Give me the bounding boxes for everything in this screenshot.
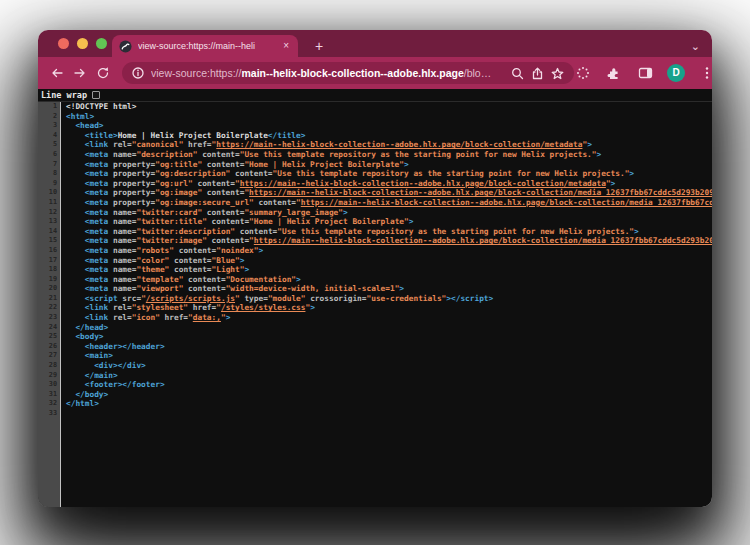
line-number: 3: [38, 121, 61, 131]
source-token: content=: [174, 256, 212, 265]
profile-avatar[interactable]: D: [667, 64, 685, 82]
bookmark-star-icon[interactable]: [551, 67, 564, 80]
active-tab[interactable]: view-source:https://main--heli ×: [112, 35, 298, 57]
source-line: 10 <meta property="og:image" content="ht…: [38, 188, 712, 198]
line-content: <meta property="og:description" content=…: [61, 169, 634, 179]
source-token: name=: [113, 208, 136, 217]
source-token: content=: [179, 246, 217, 255]
line-number: 31: [38, 390, 61, 400]
source-token: >: [596, 150, 601, 159]
source-token: "twitter:description": [136, 227, 239, 236]
tab-search-chevron-icon[interactable]: ⌄: [691, 40, 700, 53]
source-line: 8 <meta property="og:description" conten…: [38, 169, 712, 179]
tab-title: view-source:https://main--heli: [138, 41, 275, 51]
browser-window: view-source:https://main--heli × + ⌄ vie…: [38, 30, 712, 507]
fullscreen-window-button[interactable]: [96, 38, 107, 49]
tab-close-icon[interactable]: ×: [281, 40, 291, 52]
line-number: 15: [38, 236, 61, 246]
source-token: >: [404, 160, 409, 169]
source-token: <meta: [66, 198, 113, 207]
minimize-window-button[interactable]: [77, 38, 88, 49]
source-token: content=: [212, 236, 250, 245]
source-token: name=: [113, 284, 136, 293]
browser-toolbar: view-source:https://main--helix-block-co…: [38, 57, 712, 89]
source-link[interactable]: https://main--helix-block-collection--ad…: [254, 236, 712, 245]
source-token: "noindex": [216, 246, 258, 255]
source-token: "og:image:secure_url": [155, 198, 258, 207]
source-token: >: [310, 303, 315, 312]
source-token: <footer></footer>: [66, 380, 165, 389]
url-scheme: view-source:https://: [151, 67, 241, 79]
source-token: "Use this template repository as the sta…: [240, 150, 597, 159]
source-token: property=: [113, 160, 155, 169]
source-token: <main>: [66, 351, 113, 360]
source-line: 5 <link rel="canonical" href="https://ma…: [38, 140, 712, 150]
line-wrap-checkbox[interactable]: [92, 91, 100, 99]
source-link[interactable]: https://main--helix-block-collection--ad…: [249, 188, 712, 197]
source-token: property=: [113, 169, 155, 178]
line-content: <title>Home | Helix Project Boilerplate<…: [61, 131, 305, 141]
source-token: content=: [207, 160, 245, 169]
source-token: name=: [113, 217, 136, 226]
new-tab-button[interactable]: +: [310, 37, 328, 55]
source-token: "og:description": [155, 169, 235, 178]
line-content: <script src="/scripts/scripts.js" type="…: [61, 294, 493, 304]
source-token: type=: [244, 294, 267, 303]
source-token: name=: [113, 256, 136, 265]
source-link[interactable]: https://main--helix-block-collection--ad…: [216, 140, 582, 149]
line-content: <meta name="viewport" content="width=dev…: [61, 284, 404, 294]
source-token: <!DOCTYPE html>: [66, 102, 136, 111]
close-window-button[interactable]: [58, 38, 69, 49]
source-link[interactable]: https://main--helix-block-collection--ad…: [240, 179, 606, 188]
source-line: 7 <meta property="og:title" content="Hom…: [38, 160, 712, 170]
source-link[interactable]: /scripts/scripts.js: [146, 294, 235, 303]
source-token: "template": [136, 275, 188, 284]
source-token: content=: [212, 217, 250, 226]
address-bar[interactable]: view-source:https://main--helix-block-co…: [122, 62, 574, 84]
source-token: >: [634, 227, 639, 236]
line-number: 22: [38, 303, 61, 313]
source-line: 30 <footer></footer>: [38, 380, 712, 390]
source-token: "theme": [136, 265, 174, 274]
source-token: <title>: [66, 131, 118, 140]
back-button[interactable]: [50, 64, 64, 82]
line-content: <header></header>: [61, 342, 165, 352]
source-token: <meta: [66, 265, 113, 274]
line-content: [61, 409, 66, 419]
line-content: <!DOCTYPE html>: [61, 102, 136, 112]
line-content: </main>: [61, 371, 118, 381]
source-line: 17 <meta name="color" content="Blue">: [38, 256, 712, 266]
zoom-icon[interactable]: [511, 67, 524, 80]
source-token: property=: [113, 188, 155, 197]
source-token: <meta: [66, 217, 113, 226]
tab-strip: view-source:https://main--heli × + ⌄: [38, 30, 712, 57]
source-token: >: [244, 265, 249, 274]
line-number: 16: [38, 246, 61, 256]
line-content: <link rel="canonical" href="https://main…: [61, 140, 592, 150]
line-content: <meta name="theme" content="Light">: [61, 265, 249, 275]
forward-button[interactable]: [73, 64, 87, 82]
extension-dots-icon[interactable]: [574, 64, 592, 82]
line-number: 4: [38, 131, 61, 141]
url-path: /blo…: [464, 67, 491, 79]
source-token: src=: [122, 294, 141, 303]
share-icon[interactable]: [531, 67, 544, 80]
page-info-icon[interactable]: [132, 67, 144, 79]
source-line: 4 <title>Home | Helix Project Boilerplat…: [38, 131, 712, 141]
source-token: >: [343, 208, 348, 217]
line-content: <main>: [61, 351, 113, 361]
menu-kebab-icon[interactable]: [698, 64, 712, 82]
content-area: Line wrap 1<!DOCTYPE html>2<html>3 <head…: [38, 89, 712, 507]
source-token: "twitter:card": [136, 208, 206, 217]
source-link[interactable]: https://main--helix-block-collection--ad…: [301, 198, 712, 207]
line-number: 33: [38, 409, 61, 419]
source-token: <link: [66, 140, 113, 149]
source-token: content=: [202, 150, 240, 159]
side-panel-icon[interactable]: [636, 64, 654, 82]
source-token: rel=: [113, 140, 132, 149]
source-token: rel=: [113, 303, 132, 312]
extensions-puzzle-icon[interactable]: [605, 64, 623, 82]
reload-button[interactable]: [96, 64, 110, 82]
source-link[interactable]: data:,: [193, 313, 221, 322]
source-link[interactable]: /styles/styles.css: [221, 303, 306, 312]
